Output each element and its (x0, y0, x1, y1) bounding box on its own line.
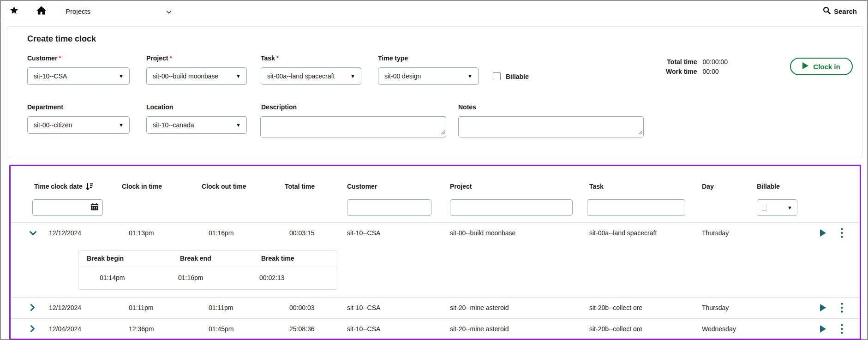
cell-total: 00:00:03 (289, 304, 315, 311)
search-label: Search (834, 7, 857, 15)
chevron-down-icon (166, 7, 172, 15)
total-time-value: 00:00:00 (702, 58, 728, 66)
task-select-value: sit-00a--land spacecraft (267, 72, 335, 80)
search-icon (823, 6, 831, 16)
column-header-clock-in: Clock in time (122, 183, 162, 190)
column-header-day: Day (702, 183, 714, 190)
cell-day: Wednesday (702, 325, 736, 333)
collapse-row-button[interactable] (28, 229, 37, 238)
expand-row-button[interactable] (28, 325, 37, 334)
caret-down-icon: ▼ (350, 73, 355, 79)
play-icon (820, 229, 826, 238)
cell-project: sit-20--mine asteroid (450, 304, 509, 311)
time-clock-table-panel: Time clock date Clock in time Clock out … (9, 165, 861, 340)
work-time-label: Work time (666, 68, 697, 75)
billable-filter-select[interactable]: ▼ (757, 199, 797, 216)
kebab-menu-icon (841, 324, 843, 335)
time-type-select-value: sit-00 design (384, 72, 421, 80)
cell-clock-out: 01:11pm (209, 304, 233, 311)
row-play-button[interactable] (817, 324, 828, 335)
column-header-billable: Billable (757, 183, 780, 190)
table-row[interactable]: 12/12/2024 01:11pm 01:11pm 00:00:03 sit-… (11, 297, 860, 318)
home-button[interactable] (34, 1, 48, 21)
chevron-right-icon (30, 304, 35, 312)
column-header-clock-out: Clock out time (202, 183, 246, 190)
notes-textarea[interactable] (458, 116, 644, 137)
notes-field-wrap (458, 116, 644, 137)
project-select[interactable]: sit-00--build moonbase▼ (146, 67, 247, 85)
cell-task: sit-20b--collect ore (589, 325, 642, 333)
chevron-down-icon (30, 230, 36, 237)
calendar-icon[interactable] (90, 203, 99, 213)
department-select-value: sit-00--citizen (34, 121, 72, 129)
customer-label: Customer* (27, 54, 61, 62)
search-button[interactable]: Search (823, 1, 857, 21)
cell-project: sit-20--mine asteroid (450, 325, 509, 333)
description-textarea[interactable] (260, 116, 446, 137)
break-time-value: 00:02:13 (259, 274, 285, 281)
cell-clock-in: 01:13pm (129, 229, 154, 237)
column-header-customer: Customer (347, 183, 377, 190)
sort-descending-icon[interactable] (85, 183, 94, 192)
caret-down-icon: ▼ (236, 122, 241, 128)
customer-select-value: sit-10--CSA (34, 72, 67, 80)
customer-filter-input[interactable] (347, 199, 431, 216)
row-play-button[interactable] (817, 228, 828, 239)
task-label: Task* (261, 54, 279, 62)
kebab-menu-icon (841, 303, 843, 314)
play-icon (802, 62, 808, 71)
task-filter-input[interactable] (587, 199, 685, 216)
column-header-task: Task (589, 183, 604, 190)
cell-total: 25:08:36 (289, 325, 315, 333)
cell-customer: sit-10--CSA (347, 304, 380, 311)
task-select[interactable]: sit-00a--land spacecraft▼ (261, 67, 361, 85)
nav-menu-value: Projects (66, 7, 90, 15)
table-row[interactable]: 12/12/2024 01:13pm 01:16pm 00:03:15 sit-… (11, 222, 860, 244)
project-select-value: sit-00--build moonbase (153, 72, 218, 80)
cell-project: sit-00--build moonbase (450, 229, 515, 237)
break-begin-header: Break begin (87, 255, 124, 262)
expand-row-button[interactable] (28, 304, 37, 313)
location-select-value: sit-10--canada (153, 121, 194, 129)
project-filter-input[interactable] (450, 199, 573, 216)
billable-checkbox-label: Billable (506, 73, 529, 80)
work-time-value: 00:00 (702, 68, 728, 75)
row-menu-button[interactable] (837, 302, 847, 315)
column-header-date: Time clock date (34, 183, 94, 192)
break-subtable-row: 01:14pm 01:16pm 00:02:13 (78, 267, 337, 289)
break-subtable: Break begin Break end Break time 01:14pm… (78, 250, 337, 290)
row-menu-button[interactable] (837, 323, 847, 336)
nav-menu-select[interactable]: Projects (61, 4, 176, 18)
top-bar: Projects Search (1, 1, 867, 21)
department-label: Department (27, 103, 63, 111)
break-time-header: Break time (261, 255, 294, 262)
row-play-button[interactable] (817, 303, 828, 314)
location-label: Location (146, 103, 173, 111)
favorites-button[interactable] (7, 1, 20, 21)
cell-customer: sit-10--CSA (347, 229, 380, 237)
cell-task: sit-20b--collect ore (589, 304, 642, 311)
cell-day: Thursday (702, 229, 729, 237)
row-menu-button[interactable] (837, 227, 847, 240)
date-filter-input[interactable] (32, 199, 103, 216)
empty-checkbox-icon (762, 205, 766, 211)
billable-checkbox[interactable] (493, 72, 501, 80)
create-time-clock-section: Create time clock Customer* Project* Tas… (7, 26, 863, 157)
caret-down-icon: ▼ (236, 73, 241, 79)
break-end-header: Break end (180, 255, 211, 262)
cell-date: 12/12/2024 (49, 304, 81, 311)
cell-clock-out: 01:45pm (209, 325, 233, 333)
cell-clock-in: 12:36pm (129, 325, 154, 333)
clock-in-button[interactable]: Clock in (790, 58, 853, 75)
location-select[interactable]: sit-10--canada▼ (146, 116, 247, 134)
cell-clock-out: 01:16pm (209, 229, 233, 237)
description-field-wrap (260, 116, 446, 137)
department-select[interactable]: sit-00--citizen▼ (27, 116, 130, 134)
time-type-select[interactable]: sit-00 design▼ (378, 67, 479, 85)
caret-down-icon: ▼ (119, 73, 124, 79)
cell-day: Thursday (702, 304, 729, 311)
caret-down-icon: ▼ (119, 122, 124, 128)
star-icon (10, 6, 18, 16)
table-row[interactable]: 12/04/2024 12:36pm 01:45pm 25:08:36 sit-… (11, 318, 860, 340)
customer-select[interactable]: sit-10--CSA▼ (27, 67, 130, 85)
